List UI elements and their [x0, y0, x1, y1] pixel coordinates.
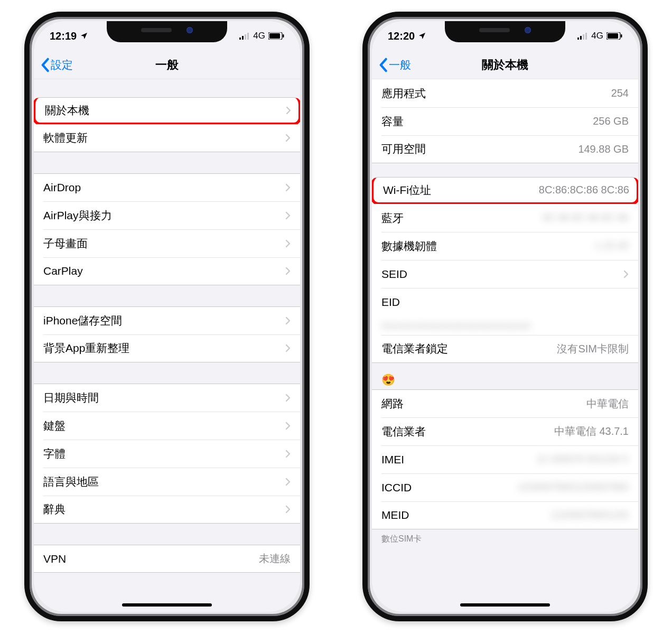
home-indicator[interactable]: [460, 603, 550, 607]
signal-icon: [577, 32, 588, 40]
signal-icon: [239, 32, 250, 40]
cell-item: 電信業者鎖定沒有SIM卡限制: [372, 335, 638, 363]
cell-item[interactable]: 軟體更新: [34, 124, 300, 152]
phone-left: 12:19 4G 設定 一般: [24, 12, 310, 621]
cell-item: 藍牙8C 86 8C 86 8C 86: [372, 204, 638, 232]
cell-value: 中華電信 43.7.1: [554, 424, 629, 439]
back-button[interactable]: 設定: [40, 58, 73, 72]
cell-item[interactable]: 辭典: [34, 496, 300, 524]
notch: [445, 21, 565, 42]
battery-icon: [268, 32, 284, 40]
cell-label: IMEI: [381, 453, 530, 466]
cell-item[interactable]: 子母畫面: [34, 229, 300, 257]
cell-item[interactable]: 關於本機: [34, 97, 300, 125]
volume-down-button: [24, 181, 25, 218]
cell-item[interactable]: 日期與時間: [34, 384, 300, 412]
cell-label: SEID: [381, 268, 618, 281]
cell-carplay[interactable]: CarPlay: [34, 257, 300, 285]
cell-item[interactable]: 字體: [34, 440, 300, 468]
back-button[interactable]: 一般: [378, 58, 411, 72]
svg-rect-9: [583, 34, 584, 40]
status-time: 12:19: [50, 30, 77, 42]
cell-label: MEID: [381, 509, 545, 521]
mute-switch: [362, 101, 363, 122]
cell-label: 電信業者鎖定: [381, 341, 550, 356]
svg-rect-3: [247, 33, 249, 40]
screen-right: 12:20 4G 一般 關於本機: [372, 21, 638, 612]
cell-value-redacted: 12 345678 901234 5: [537, 454, 629, 465]
cell-value: 256 GB: [593, 115, 629, 127]
status-time: 12:20: [388, 30, 415, 42]
side-button: [647, 149, 648, 207]
cell-item[interactable]: 語言與地區: [34, 468, 300, 496]
cell-value-redacted: 12345678901234567890: [518, 482, 629, 493]
status-network: 4G: [253, 31, 265, 41]
chevron-right-icon: [285, 505, 291, 514]
cell-airdrop[interactable]: AirDrop: [34, 173, 300, 201]
cell-value-redacted: 12345678901234: [551, 510, 629, 521]
svg-rect-7: [577, 38, 579, 40]
location-icon: [80, 32, 88, 40]
chevron-right-icon: [285, 344, 291, 352]
cell-label: 軟體更新: [43, 130, 280, 145]
cell-item: 可用空間149.88 GB: [372, 135, 638, 163]
cell-iphone[interactable]: iPhone儲存空間: [34, 306, 300, 334]
settings-list[interactable]: 關於本機軟體更新 AirDropAirPlay與接力子母畫面CarPlay iP…: [34, 79, 300, 612]
cell-app[interactable]: 背景App重新整理: [34, 334, 300, 362]
cell-label: 可用空間: [381, 142, 572, 156]
chevron-right-icon: [285, 394, 291, 402]
home-indicator[interactable]: [122, 603, 212, 607]
chevron-right-icon: [285, 134, 291, 142]
location-icon: [418, 32, 426, 40]
cell-label: 容量: [381, 114, 586, 129]
volume-up-button: [24, 133, 25, 170]
cell-label: AirPlay與接力: [43, 208, 280, 223]
status-network: 4G: [591, 31, 603, 41]
cell-seid[interactable]: SEID: [372, 260, 638, 288]
cell-label: iPhone儲存空間: [43, 313, 280, 328]
cell-label: Wi-Fi位址: [383, 183, 533, 198]
chevron-right-icon: [285, 183, 291, 192]
cell-label: 關於本機: [45, 103, 281, 118]
cell-eid: EID: [372, 288, 638, 316]
chevron-right-icon: [285, 478, 291, 486]
cell-imei: IMEI12 345678 901234 5: [372, 445, 638, 473]
cell-meid: MEID12345678901234: [372, 501, 638, 529]
cell-label: 日期與時間: [43, 390, 280, 405]
cell-item[interactable]: 鍵盤: [34, 412, 300, 440]
svg-rect-8: [580, 36, 582, 40]
cell-label: 字體: [43, 446, 280, 461]
cell-label: ICCID: [381, 481, 511, 494]
svg-rect-2: [245, 34, 246, 40]
cell-value-redacted: 89049032000000000000000000000000: [381, 321, 531, 330]
cell-label: EID: [381, 296, 629, 309]
nav-title: 關於本機: [372, 57, 638, 73]
cell-value: 149.88 GB: [578, 143, 629, 155]
svg-rect-5: [269, 33, 280, 39]
cell-item: 電信業者中華電信 43.7.1: [372, 417, 638, 445]
cell-item: 容量256 GB: [372, 107, 638, 135]
svg-rect-10: [585, 33, 587, 40]
cell-value-redacted: 8C 86 8C 86 8C 86: [543, 212, 629, 223]
cell-airplay[interactable]: AirPlay與接力: [34, 201, 300, 229]
sim-section-header: 😍: [372, 363, 638, 389]
nav-bar: 設定 一般: [34, 51, 300, 79]
nav-bar: 一般 關於本機: [372, 51, 638, 79]
cell-value: 未連線: [259, 552, 291, 566]
svg-rect-13: [621, 34, 622, 38]
cell-item: 應用程式254: [372, 79, 638, 107]
cell-label: 數據機韌體: [381, 239, 589, 254]
cell-label: 鍵盤: [43, 418, 280, 433]
cell-value: 中華電信: [586, 397, 629, 411]
phone-right: 12:20 4G 一般 關於本機: [362, 12, 648, 621]
back-label: 一般: [389, 58, 411, 72]
svg-rect-6: [283, 34, 284, 38]
cell-value: 8C:86:8C:86 8C:86: [539, 184, 629, 196]
cell-value-redacted: 1.23.45: [595, 240, 629, 251]
svg-rect-12: [608, 33, 618, 39]
cell-label: 電信業者: [381, 424, 548, 439]
cell-wi-fi: Wi-Fi位址8C:86:8C:86 8C:86: [372, 177, 638, 205]
cell-item: 數據機韌體1.23.45: [372, 232, 638, 260]
chevron-right-icon: [285, 211, 291, 220]
about-list[interactable]: 應用程式254容量256 GB可用空間149.88 GB Wi-Fi位址8C:8…: [372, 79, 638, 612]
